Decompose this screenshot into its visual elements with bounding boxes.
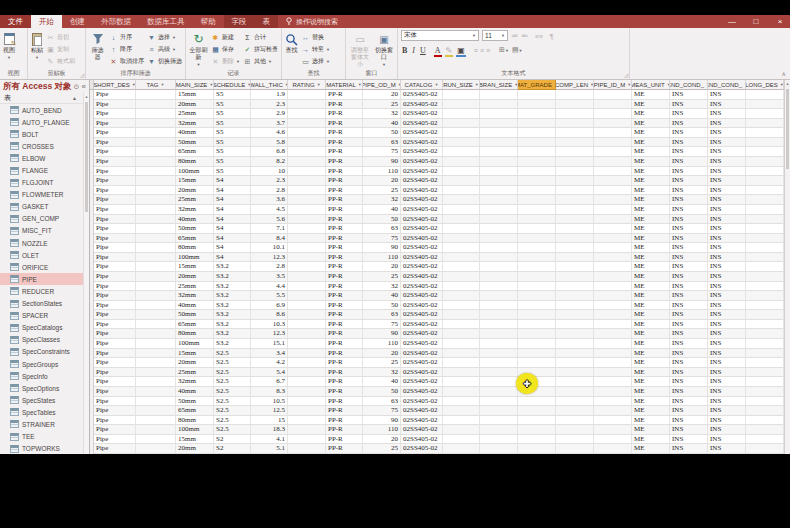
cell-material[interactable]: PP-R [326, 425, 363, 435]
cell-end_cond_[interactable]: INS [670, 100, 708, 110]
column-dropdown-icon[interactable]: ▼ [358, 82, 362, 87]
sidebar-item-ELBOW[interactable]: ELBOW [0, 152, 84, 164]
cell-run_size[interactable] [443, 301, 480, 311]
cell-end_cond_[interactable]: INS [670, 195, 708, 205]
cell-end_cond_[interactable]: INS [708, 349, 746, 359]
cell-meas_unit[interactable]: ME [632, 387, 670, 397]
cell-main_size[interactable]: 32mm [176, 205, 214, 215]
cell-mat_grade[interactable] [518, 329, 556, 339]
cell-pipe_od_m[interactable]: 110 [363, 167, 401, 177]
cell-run_size[interactable] [443, 147, 480, 157]
cell-long_des[interactable] [746, 195, 784, 205]
cell-tag[interactable] [136, 387, 176, 397]
cell-bran_size[interactable] [480, 272, 518, 282]
cell-material[interactable]: PP-R [326, 215, 363, 225]
scroll-up-icon[interactable]: ▲ [84, 93, 89, 101]
column-header-MAIN_SIZE[interactable]: MAIN_SIZE▼ [176, 80, 214, 90]
cell-end_cond_[interactable]: INS [708, 100, 746, 110]
sidebar-item-NOZZLE[interactable]: NOZZLE [0, 237, 84, 249]
cell-main_size[interactable]: 15mm [176, 176, 214, 186]
cell-pipe_od_m[interactable]: 40 [363, 291, 401, 301]
cell-bran_size[interactable] [480, 100, 518, 110]
cell-material[interactable]: PP-R [326, 147, 363, 157]
cell-bran_size[interactable] [480, 425, 518, 435]
dialog-launcher-icon[interactable]: ◿ [624, 72, 628, 78]
cell-run_size[interactable] [443, 186, 480, 196]
cell-end_cond_[interactable]: INS [670, 435, 708, 445]
sidebar-item-AUTO_FLANGE[interactable]: AUTO_FLANGE [0, 116, 84, 128]
cell-tag[interactable] [136, 377, 176, 387]
cell-material[interactable]: PP-R [326, 234, 363, 244]
cell-tag[interactable] [136, 416, 176, 426]
cell-tag[interactable] [136, 90, 176, 100]
cell-end_cond_[interactable]: INS [708, 444, 746, 454]
cell-tag[interactable] [136, 406, 176, 416]
column-dropdown-icon[interactable]: ▼ [160, 82, 164, 87]
cell-wall_thic[interactable]: 5.5 [251, 291, 288, 301]
cell-catalog[interactable]: 02SS405-02 [401, 138, 443, 148]
cell-meas_unit[interactable]: ME [632, 128, 670, 138]
cell-long_des[interactable] [746, 262, 784, 272]
cell-tag[interactable] [136, 435, 176, 445]
cell-mat_grade[interactable] [518, 186, 556, 196]
cell-end_cond_[interactable]: INS [708, 301, 746, 311]
cell-wall_thic[interactable]: 10.1 [251, 243, 288, 253]
cell-rating[interactable] [288, 253, 326, 263]
cell-pipe_id_m[interactable] [594, 444, 632, 454]
cell-schedule[interactable]: S4 [214, 195, 251, 205]
cell-material[interactable]: PP-R [326, 128, 363, 138]
cell-long_des[interactable] [746, 291, 784, 301]
cell-pipe_id_m[interactable] [594, 282, 632, 292]
cell-schedule[interactable]: S5 [214, 147, 251, 157]
cell-bran_size[interactable] [480, 310, 518, 320]
cell-main_size[interactable]: 20mm [176, 358, 214, 368]
cell-short_des[interactable]: Pipe [94, 195, 136, 205]
cell-run_size[interactable] [443, 128, 480, 138]
cell-bran_size[interactable] [480, 128, 518, 138]
cell-meas_unit[interactable]: ME [632, 377, 670, 387]
cell-rating[interactable] [288, 320, 326, 330]
cell-end_cond_[interactable]: INS [670, 224, 708, 234]
cell-catalog[interactable]: 02SS405-02 [401, 435, 443, 445]
cell-short_des[interactable]: Pipe [94, 224, 136, 234]
cell-short_des[interactable]: Pipe [94, 253, 136, 263]
cell-bran_size[interactable] [480, 195, 518, 205]
column-header-COMP_LEN[interactable]: COMP_LEN▼ [556, 80, 594, 90]
cell-long_des[interactable] [746, 397, 784, 407]
cell-material[interactable]: PP-R [326, 109, 363, 119]
cell-wall_thic[interactable]: 2.3 [251, 100, 288, 110]
cell-comp_len[interactable] [556, 406, 594, 416]
cell-short_des[interactable]: Pipe [94, 282, 136, 292]
ribbon-tab-帮助[interactable]: 帮助 [193, 15, 224, 28]
cell-material[interactable]: PP-R [326, 243, 363, 253]
cell-comp_len[interactable] [556, 416, 594, 426]
gridlines-button[interactable]: ⊞▼ [499, 46, 509, 54]
cell-end_cond_[interactable]: INS [708, 109, 746, 119]
cell-end_cond_[interactable]: INS [708, 358, 746, 368]
cell-rating[interactable] [288, 329, 326, 339]
cell-pipe_id_m[interactable] [594, 205, 632, 215]
cell-long_des[interactable] [746, 243, 784, 253]
datasheet-scroll-thumb[interactable] [786, 89, 789, 169]
cell-meas_unit[interactable]: ME [632, 320, 670, 330]
cell-catalog[interactable]: 02SS405-02 [401, 349, 443, 359]
cell-pipe_id_m[interactable] [594, 377, 632, 387]
cell-material[interactable]: PP-R [326, 90, 363, 100]
cell-end_cond_[interactable]: INS [708, 157, 746, 167]
minimize-button[interactable]: — [726, 15, 738, 28]
save-record-button[interactable]: ▦保存 [211, 44, 240, 55]
cell-short_des[interactable]: Pipe [94, 406, 136, 416]
cell-long_des[interactable] [746, 320, 784, 330]
cell-end_cond_[interactable]: INS [708, 243, 746, 253]
cell-meas_unit[interactable]: ME [632, 234, 670, 244]
cell-pipe_od_m[interactable]: 25 [363, 358, 401, 368]
column-header-BRAN_SIZE[interactable]: BRAN_SIZE▼ [480, 80, 518, 90]
cell-run_size[interactable] [443, 349, 480, 359]
cell-catalog[interactable]: 02SS405-02 [401, 186, 443, 196]
cell-rating[interactable] [288, 109, 326, 119]
cell-comp_len[interactable] [556, 119, 594, 129]
cell-catalog[interactable]: 02SS405-02 [401, 128, 443, 138]
cell-meas_unit[interactable]: ME [632, 109, 670, 119]
totals-button[interactable]: Σ合计 [243, 32, 278, 43]
cell-end_cond_[interactable]: INS [670, 282, 708, 292]
